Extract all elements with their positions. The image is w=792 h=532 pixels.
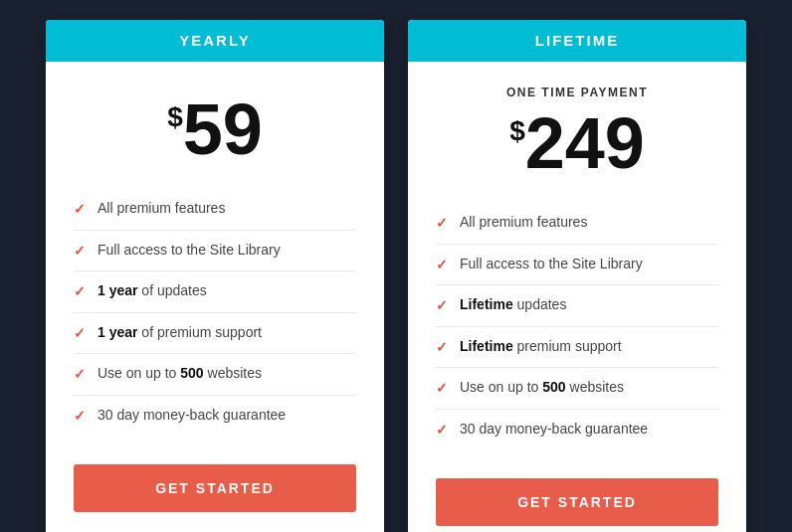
yearly-price-display: $59 <box>74 93 356 165</box>
lifetime-header-title: LIFETIME <box>535 32 619 49</box>
yearly-feature-text-3: 1 year of updates <box>98 281 207 301</box>
yearly-feature-text-1: All premium features <box>98 199 225 219</box>
check-icon-4: ✓ <box>74 324 86 344</box>
check-icon-6: ✓ <box>74 407 86 427</box>
yearly-feature-6: ✓ 30 day money-back guarantee <box>74 396 356 437</box>
yearly-features-list: ✓ All premium features ✓ Full access to … <box>74 189 356 437</box>
lifetime-feature-text-6: 30 day money-back guarantee <box>460 420 648 440</box>
lifetime-feature-6: ✓ 30 day money-back guarantee <box>436 410 718 450</box>
yearly-feature-5: ✓ Use on up to 500 websites <box>74 354 356 396</box>
lifetime-check-icon-4: ✓ <box>436 338 448 358</box>
lifetime-feature-text-5: Use on up to 500 websites <box>460 378 624 398</box>
lifetime-feature-text-4: Lifetime premium support <box>460 337 622 357</box>
yearly-price-amount: 59 <box>183 93 263 165</box>
check-icon-3: ✓ <box>74 282 86 302</box>
lifetime-price-display: $249 <box>436 107 718 179</box>
lifetime-feature-4: ✓ Lifetime premium support <box>436 327 718 369</box>
lifetime-check-icon-2: ✓ <box>436 256 448 275</box>
yearly-feature-text-5: Use on up to 500 websites <box>98 364 262 384</box>
lifetime-feature-1: ✓ All premium features <box>436 203 718 245</box>
yearly-feature-text-4: 1 year of premium support <box>98 323 262 343</box>
pricing-container: YEARLY $59 ✓ All premium features ✓ Full… <box>26 0 766 532</box>
yearly-dollar-sign: $ <box>167 101 183 133</box>
lifetime-feature-3: ✓ Lifetime updates <box>436 285 718 327</box>
lifetime-check-icon-5: ✓ <box>436 379 448 399</box>
yearly-feature-1: ✓ All premium features <box>74 189 356 231</box>
lifetime-check-icon-1: ✓ <box>436 214 448 234</box>
lifetime-cta-button[interactable]: GET STARTED <box>436 478 718 526</box>
yearly-card: YEARLY $59 ✓ All premium features ✓ Full… <box>46 20 384 532</box>
yearly-feature-4: ✓ 1 year of premium support <box>74 313 356 355</box>
lifetime-feature-text-1: All premium features <box>460 213 587 233</box>
lifetime-price-amount: 249 <box>525 107 645 179</box>
lifetime-check-icon-3: ✓ <box>436 296 448 316</box>
check-icon-1: ✓ <box>74 200 86 220</box>
lifetime-dollar-sign: $ <box>509 115 525 147</box>
yearly-card-header: YEARLY <box>46 20 384 62</box>
yearly-feature-3: ✓ 1 year of updates <box>74 271 356 313</box>
lifetime-card-header: LIFETIME <box>408 20 746 62</box>
lifetime-feature-2: ✓ Full access to the Site Library <box>436 245 718 286</box>
lifetime-feature-text-2: Full access to the Site Library <box>460 255 643 274</box>
yearly-feature-2: ✓ Full access to the Site Library <box>74 231 356 272</box>
lifetime-feature-text-3: Lifetime updates <box>460 295 566 315</box>
check-icon-2: ✓ <box>74 242 86 262</box>
lifetime-features-list: ✓ All premium features ✓ Full access to … <box>436 203 718 450</box>
yearly-feature-text-2: Full access to the Site Library <box>98 241 281 261</box>
lifetime-card: LIFETIME ONE TIME PAYMENT $249 ✓ All pre… <box>408 20 746 532</box>
yearly-cta-button[interactable]: GET STARTED <box>74 464 356 512</box>
lifetime-check-icon-6: ✓ <box>436 421 448 441</box>
lifetime-card-body: ONE TIME PAYMENT $249 ✓ All premium feat… <box>408 62 746 532</box>
yearly-header-title: YEARLY <box>179 32 250 49</box>
check-icon-5: ✓ <box>74 365 86 385</box>
yearly-feature-text-6: 30 day money-back guarantee <box>98 406 286 426</box>
one-time-label: ONE TIME PAYMENT <box>436 86 718 99</box>
lifetime-feature-5: ✓ Use on up to 500 websites <box>436 368 718 410</box>
yearly-card-body: $59 ✓ All premium features ✓ Full access… <box>46 62 384 532</box>
